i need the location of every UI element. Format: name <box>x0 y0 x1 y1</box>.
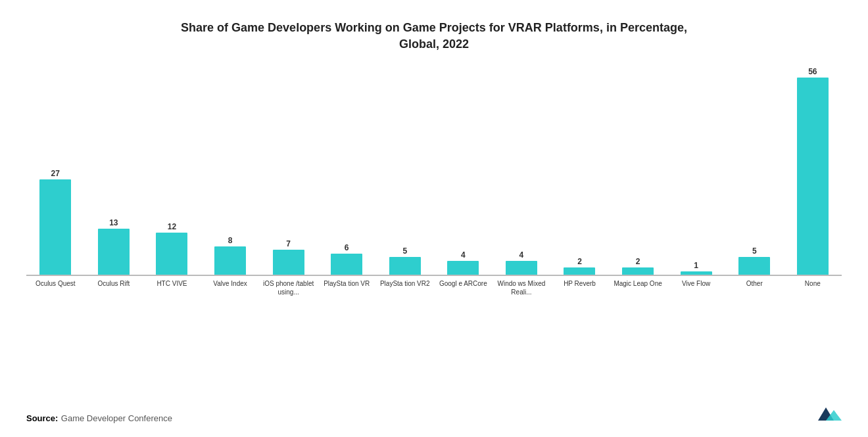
bar-value: 1 <box>694 261 698 270</box>
bar-rect <box>39 179 71 275</box>
bar-group: 2 <box>609 66 667 275</box>
bar-value: 6 <box>345 243 349 252</box>
bar-label: Valve Index <box>201 276 260 296</box>
bar-rect <box>797 78 829 275</box>
bar-label: PlaySta tion VR2 <box>375 276 434 296</box>
bar-group: 12 <box>143 66 201 275</box>
bar-label: Vive Flow <box>667 276 725 296</box>
bar-group: 4 <box>493 66 551 275</box>
bar-value: 5 <box>402 246 407 256</box>
bar-rect <box>506 261 537 275</box>
footer: Source: Game Developer Conference <box>26 404 842 424</box>
bar-group: 1 <box>667 66 725 275</box>
bar-value: 56 <box>808 67 817 76</box>
bar-value: 4 <box>519 250 524 260</box>
bar-label: Oculus Rift <box>85 276 143 296</box>
bar-value: 12 <box>168 222 176 231</box>
bar-group: 13 <box>85 66 143 275</box>
bar-group: 6 <box>318 66 376 275</box>
bar-group: 2 <box>550 66 609 275</box>
bar-label: None <box>784 276 842 296</box>
bar-rect <box>447 261 479 275</box>
bar-rect <box>738 257 770 275</box>
logo <box>815 404 842 424</box>
bar-value: 8 <box>228 236 233 245</box>
bar-label: Magic Leap One <box>609 276 667 296</box>
bar-group: 8 <box>201 66 260 275</box>
bar-label: iOS phone /tablet using... <box>259 276 318 296</box>
bar-group: 7 <box>259 66 318 275</box>
bar-value: 2 <box>577 257 582 266</box>
bar-rect <box>681 271 712 275</box>
bar-group: 5 <box>725 66 784 275</box>
bar-value: 2 <box>636 257 640 266</box>
bar-label: Other <box>725 276 784 296</box>
bar-label: PlaySta tion VR <box>318 276 376 296</box>
bar-label: HTC VIVE <box>143 276 201 296</box>
bar-value: 27 <box>51 169 60 178</box>
bar-value: 7 <box>286 239 291 248</box>
bar-rect <box>156 233 187 275</box>
bar-label: HP Reverb <box>550 276 609 296</box>
bar-value: 4 <box>461 250 466 260</box>
bars-wrapper: 271312876544221556 <box>26 66 842 276</box>
bar-rect <box>622 267 654 275</box>
logo-icon <box>815 404 842 424</box>
bar-label: Windo ws Mixed Reali... <box>493 276 551 296</box>
bar-rect <box>331 254 362 275</box>
bar-label: Oculus Quest <box>26 276 85 296</box>
bar-group: 4 <box>434 66 493 275</box>
chart-title: Share of Game Developers Working on Game… <box>26 20 842 53</box>
bar-rect <box>273 250 304 275</box>
bar-value: 5 <box>752 246 757 256</box>
bar-value: 13 <box>109 218 118 227</box>
bar-group: 5 <box>375 66 434 275</box>
bar-rect <box>98 229 130 275</box>
source: Source: Game Developer Conference <box>26 412 172 424</box>
labels-row: Oculus QuestOculus RiftHTC VIVEValve Ind… <box>26 276 842 296</box>
bar-group: 56 <box>784 66 842 275</box>
bar-rect <box>389 257 421 275</box>
chart-container: Share of Game Developers Working on Game… <box>0 0 868 437</box>
bar-rect <box>564 267 595 275</box>
bar-group: 27 <box>26 66 85 275</box>
bar-label: Googl e ARCore <box>434 276 493 296</box>
bar-rect <box>214 246 246 275</box>
